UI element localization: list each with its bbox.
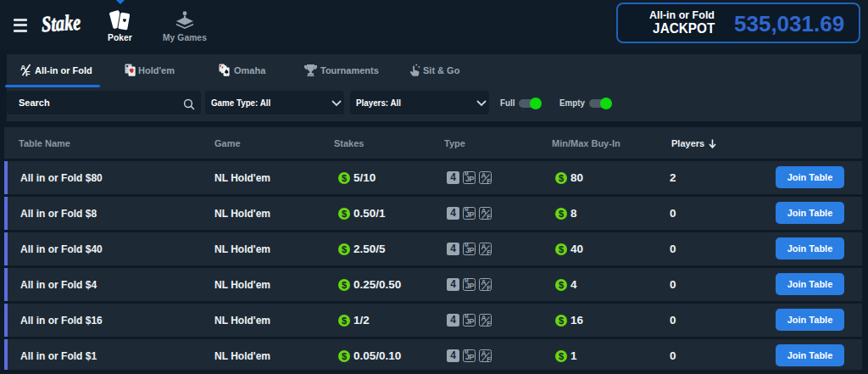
svg-text:Stake: Stake — [41, 10, 81, 36]
